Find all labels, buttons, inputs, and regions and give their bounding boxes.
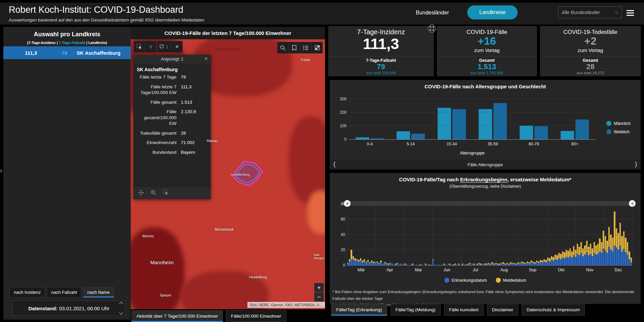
daily-bar-102[interactable] (536, 261, 538, 265)
daily-bar-87[interactable] (508, 264, 510, 265)
daily-bar-114[interactable] (558, 253, 560, 265)
daily-bar-85[interactable] (505, 264, 506, 265)
daily-bar-24[interactable] (391, 264, 393, 265)
daily-bar-3[interactable] (353, 256, 354, 265)
daily-bar-74[interactable] (484, 264, 486, 265)
daily-bar-118[interactable] (566, 250, 567, 265)
sidebar-tab-nach-name[interactable]: nach Name (83, 287, 114, 297)
erkrankungsbeginn-link[interactable]: Erkrankungsbeginn (460, 177, 508, 182)
daily-bar-84[interactable] (502, 262, 504, 265)
clear-selection-icon[interactable]: ✕ (171, 41, 183, 52)
daily-bar-133[interactable] (594, 242, 595, 265)
daily-bar-80[interactable] (495, 263, 497, 265)
select-feature-icon[interactable] (163, 190, 169, 197)
daily-bar-67[interactable] (471, 265, 473, 265)
menu-icon[interactable] (627, 9, 634, 17)
daily-bar-45[interactable] (430, 265, 432, 265)
panel-expand-arrow-icon[interactable]: › (0, 167, 2, 174)
daily-bar-35[interactable] (412, 264, 413, 265)
legend-icon[interactable] (300, 42, 312, 53)
daily-bar-137[interactable] (601, 242, 603, 265)
bar-weiblich-0-4[interactable] (370, 138, 384, 139)
map-canvas[interactable]: ▽ 1 ✕ (131, 39, 325, 309)
daily-bar-43[interactable] (427, 265, 428, 265)
daily-bar-69[interactable] (475, 265, 477, 265)
daily-bar-122[interactable] (573, 246, 575, 265)
daily-bar-14[interactable] (373, 262, 374, 265)
daily-bar-9[interactable] (364, 259, 365, 265)
daily-bar-22[interactable] (388, 264, 389, 265)
daily-bar-120[interactable] (569, 248, 571, 265)
daily-bar-117[interactable] (564, 252, 565, 265)
daily-bar-8[interactable] (362, 261, 363, 265)
daily-bar-115[interactable] (560, 254, 562, 265)
daily-bar-136[interactable] (599, 238, 601, 265)
daily-bar-25[interactable] (393, 265, 395, 265)
daily-bar-5[interactable] (356, 259, 358, 265)
daily-bar-141[interactable] (608, 227, 610, 265)
daily-bar-76[interactable] (488, 263, 489, 265)
daily-bar-12[interactable] (369, 262, 371, 265)
daily-bar-23[interactable] (390, 263, 391, 265)
daily-bar-147[interactable] (619, 223, 621, 265)
daily-bar-26[interactable] (395, 264, 397, 265)
daily-bar-10[interactable] (365, 262, 367, 265)
daily-bar-70[interactable] (477, 264, 478, 265)
daily-bar-101[interactable] (534, 262, 536, 265)
daily-bar-34[interactable] (410, 265, 412, 265)
bar-weiblich-5-14[interactable] (411, 134, 425, 139)
zoom-out-button[interactable]: − (314, 292, 324, 302)
daily-bar-100[interactable] (532, 262, 534, 265)
daily-bar-148[interactable] (621, 236, 623, 265)
carousel-prev-icon[interactable]: ⟨ (333, 160, 336, 168)
daily-bar-82[interactable] (499, 264, 500, 265)
daily-bar-134[interactable] (595, 245, 597, 265)
daily-bar-89[interactable] (512, 263, 514, 265)
daily-bar-73[interactable] (482, 265, 484, 265)
sidebar-tab-nach-inzidenz[interactable]: nach Inzidenz (9, 287, 45, 297)
daily-bar-151[interactable] (627, 242, 629, 265)
carousel-next-icon[interactable]: ⟩ (635, 160, 637, 168)
bar-männlich-35-59[interactable] (479, 109, 492, 139)
chart-tab-fälle-tag-erkrankung-[interactable]: Fälle/Tag (Erkrankung) (331, 304, 387, 316)
daily-bar-37[interactable] (415, 265, 417, 265)
zoom-to-icon[interactable] (151, 190, 156, 197)
bar-männlich-0-4[interactable] (356, 137, 369, 139)
bar-männlich-80-[interactable] (561, 131, 574, 139)
daily-bar-104[interactable] (540, 260, 541, 265)
daily-bar-153[interactable] (631, 258, 632, 265)
chart-tab-disclaimer[interactable]: Disclaimer (487, 304, 518, 316)
selected-landkreis-row[interactable]: 111,3 79 SK Aschaffenburg (3, 46, 131, 59)
daily-bar-98[interactable] (529, 262, 530, 265)
daily-bar-99[interactable] (530, 261, 532, 265)
daily-bar-16[interactable] (376, 262, 378, 265)
daily-bar-55[interactable] (449, 264, 450, 265)
daily-bar-66[interactable] (469, 263, 471, 265)
legend-item-weiblich[interactable]: Weiblich (606, 129, 631, 134)
daily-bar-116[interactable] (562, 251, 564, 265)
chart-tab-datenschutz-impressum[interactable]: Datenschutz & Impressum (522, 304, 585, 316)
daily-bar-4[interactable] (354, 258, 356, 265)
daily-bar-131[interactable] (590, 244, 592, 265)
daily-bar-139[interactable] (605, 236, 606, 265)
daily-bar-60[interactable] (458, 264, 460, 265)
daily-bar-105[interactable] (541, 261, 543, 265)
daily-bar-21[interactable] (386, 263, 388, 265)
daily-bar-78[interactable] (491, 262, 493, 265)
daily-bar-58[interactable] (454, 264, 456, 265)
daily-bar-13[interactable] (371, 261, 373, 265)
daily-bar-52[interactable] (443, 264, 445, 265)
daily-bar-56[interactable] (451, 265, 452, 265)
bar-männlich-15-34[interactable] (438, 108, 451, 139)
daily-bar-42[interactable] (425, 264, 427, 265)
daily-bar-110[interactable] (551, 256, 553, 265)
expand-widget-icon[interactable] (428, 24, 436, 34)
basemap-icon[interactable] (312, 42, 323, 53)
legend-item-männlich[interactable]: Männlich (606, 121, 631, 126)
bundesland-filter-dropdown[interactable]: Alle Bundesländer ▽ (558, 6, 622, 18)
daily-bar-132[interactable] (592, 248, 593, 265)
daily-bar-72[interactable] (480, 264, 482, 265)
daily-bar-119[interactable] (567, 251, 569, 265)
daily-bar-53[interactable] (445, 265, 447, 265)
pan-to-icon[interactable] (138, 190, 144, 197)
